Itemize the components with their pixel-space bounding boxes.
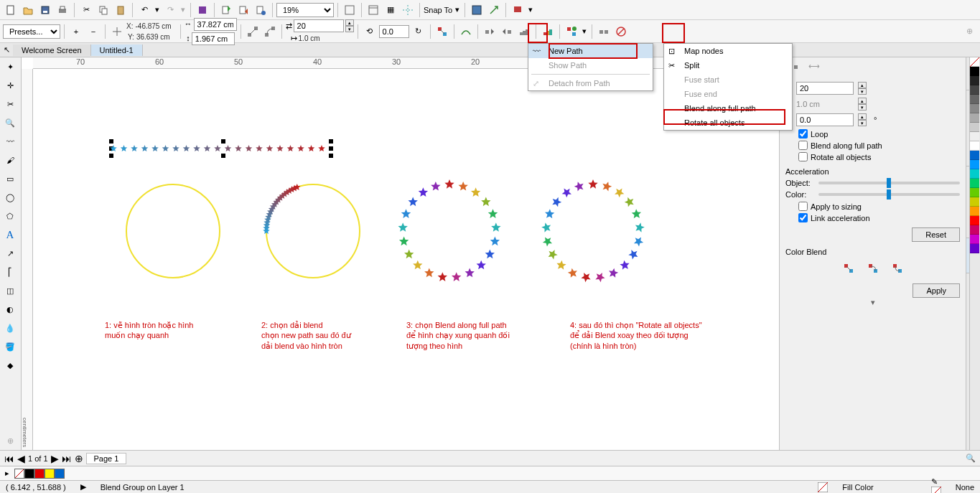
position-icon[interactable] [109,24,125,39]
print-icon[interactable] [55,2,70,18]
add-preset-icon[interactable]: + [68,24,84,39]
menu-new-path[interactable]: 〰New Path [528,44,653,58]
color-palette[interactable] [969,57,980,450]
menu-split[interactable]: ✂Split [664,58,792,72]
direct-color-icon[interactable] [434,24,450,39]
copy-blend-icon[interactable] [596,24,612,39]
connector-tool[interactable]: ⎡ [0,263,20,281]
loop-check[interactable] [798,129,808,138]
menu-rotate-all[interactable]: Rotate all objects [664,116,792,130]
loop-icon[interactable]: ↻ [411,24,426,39]
zoom-combo[interactable]: 19% [276,3,334,17]
apply-button[interactable]: Apply [913,283,960,298]
link-accel-check[interactable] [798,213,808,222]
remove-preset-icon[interactable]: − [85,24,101,39]
page-first-icon[interactable]: ⏮ [4,453,14,464]
accel-obj-icon[interactable] [516,24,532,39]
parallel-dim-tool[interactable]: ↗ [0,244,20,263]
zoom-scroll-icon[interactable]: 🔍 [966,454,976,463]
rectangle-tool[interactable]: ▭ [0,169,20,188]
menu-fuse-end[interactable]: Fuse end [664,87,792,101]
menu-show-path[interactable]: Show Path [528,58,653,72]
options-icon[interactable] [469,2,485,18]
tab-untitled[interactable]: Untitled-1 [91,44,143,56]
zoom-tool[interactable]: 🔍 [0,113,20,132]
interactive-fill-tool[interactable]: 🪣 [0,337,20,356]
presets-combo[interactable]: Presets... [3,24,60,39]
snap-drop-icon[interactable]: ▾ [454,2,461,18]
blend-steps-input[interactable] [294,19,344,32]
blend-cw-icon[interactable] [262,24,278,39]
palette-flyout-icon[interactable]: ▸ [0,469,14,478]
drop-shadow-tool[interactable]: ◫ [0,281,20,300]
status-play-icon[interactable]: ▶ [80,482,86,492]
docker-angle-input[interactable] [796,113,854,126]
rotate-icon[interactable]: ⟲ [362,24,378,39]
launcher-drop-icon[interactable]: ▾ [527,2,534,18]
import-icon[interactable] [218,2,234,18]
show-rulers-icon[interactable] [365,2,381,18]
color-direct-icon[interactable] [841,260,857,276]
freehand-tool[interactable]: 〰 [0,132,20,151]
menu-detach-path[interactable]: ⤢Detach from Path [528,76,653,90]
outline-swatch-icon[interactable]: ✎ [931,477,941,493]
publish-icon[interactable] [253,2,269,18]
toolbox-more[interactable]: ⊕ [0,431,20,450]
page-prev-icon[interactable]: ◀ [17,453,25,464]
artistic-tool[interactable]: 🖌 [0,151,20,169]
launch-icon[interactable] [486,2,502,18]
more-drop-icon[interactable]: ▾ [581,24,588,39]
tab-welcome[interactable]: Welcome Screen [13,44,91,56]
path-properties-icon[interactable] [458,24,474,39]
fullscreen-icon[interactable] [342,2,358,18]
menu-blend-full[interactable]: Blend along full path [664,101,792,116]
app-launcher-icon[interactable] [510,2,526,18]
blend-direct-icon[interactable] [245,24,261,39]
docker-steps-input[interactable] [796,82,854,95]
start-obj-icon[interactable] [482,24,498,39]
angle-input[interactable] [379,25,409,38]
add-button-icon[interactable]: ⊕ [961,24,977,39]
page-add-icon[interactable]: ⊕ [75,453,83,464]
page-tab[interactable]: Page 1 [86,453,127,464]
blend-full-check[interactable] [798,141,808,150]
cut-icon[interactable]: ✂ [78,2,94,18]
eyedropper-tool[interactable]: 💧 [0,319,20,337]
new-doc-icon[interactable] [3,2,19,18]
undo-icon[interactable]: ↶ [136,2,152,18]
export-icon[interactable] [235,2,251,18]
object-accel-slider[interactable] [818,182,960,184]
reset-button[interactable]: Reset [912,227,960,242]
shape-tool[interactable]: ✛ [0,76,20,95]
rotate-all-check[interactable] [798,152,808,161]
save-icon[interactable] [37,2,53,18]
palette-black[interactable] [24,469,34,479]
accel-color-icon[interactable] [540,24,556,39]
crop-tool[interactable]: ✂ [0,95,20,113]
redo-icon[interactable]: ↷ [162,2,178,18]
show-guides-icon[interactable] [400,2,416,18]
redo-drop-icon[interactable]: ▾ [179,2,187,18]
apply-sizing-check[interactable] [798,202,808,211]
open-icon[interactable] [20,2,36,18]
height-input[interactable] [192,32,235,45]
smart-fill-tool[interactable]: ◆ [0,356,20,375]
page-next-icon[interactable]: ▶ [51,453,59,464]
color-accel-slider[interactable] [818,193,960,196]
width-input[interactable] [194,18,237,31]
menu-fuse-start[interactable]: Fuse start [664,72,792,87]
ellipse-tool[interactable]: ◯ [0,188,20,207]
polygon-tool[interactable]: ⬠ [0,207,20,225]
undo-drop-icon[interactable]: ▾ [154,2,161,18]
palette-blue[interactable] [55,469,65,479]
transparency-tool[interactable]: ◐ [0,300,20,319]
more-blend-options-icon[interactable] [564,24,579,39]
fill-swatch-icon[interactable] [818,482,828,492]
page-last-icon[interactable]: ⏭ [62,453,72,464]
clear-blend-icon[interactable] [613,24,629,39]
pick-tool-icon[interactable]: ↖ [0,44,13,57]
copy-icon[interactable] [95,2,111,18]
pick-tool[interactable]: ✦ [0,57,20,76]
end-obj-icon[interactable] [499,24,515,39]
color-cw-icon[interactable] [865,260,881,276]
